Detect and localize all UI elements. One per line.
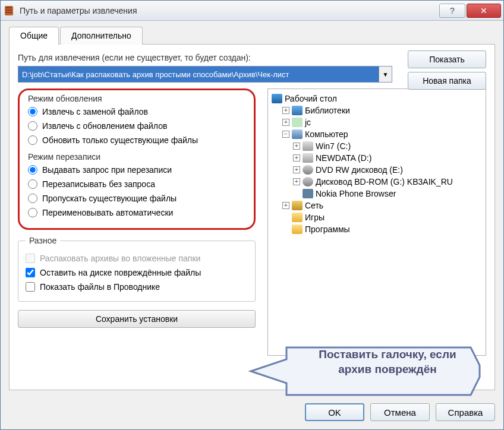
overwrite-mode-group: Режим перезаписи Выдавать запрос при пер… — [23, 152, 250, 221]
tree-win7[interactable]: +Win7 (C:) — [272, 140, 482, 152]
close-button[interactable]: ✕ — [467, 4, 501, 18]
expander-icon[interactable]: + — [282, 202, 289, 209]
misc-opt-show-explorer[interactable]: Показать файлы в Проводнике — [26, 280, 248, 294]
tree-games[interactable]: Игры — [272, 211, 482, 223]
expander-icon[interactable]: + — [293, 154, 300, 162]
misc-group: Разное Распаковать архивы во вложенные п… — [18, 236, 256, 302]
update-mode-group: Режим обновления Извлечь с заменой файло… — [23, 94, 250, 148]
update-mode-legend: Режим обновления — [28, 94, 102, 103]
new-folder-button[interactable]: Новая папка — [408, 72, 486, 90]
window-title: Путь и параметры извлечения — [20, 6, 439, 15]
titlebar: Путь и параметры извлечения ? ✕ — [1, 1, 503, 21]
network-icon — [292, 201, 303, 210]
window-buttons: ? ✕ — [439, 4, 501, 18]
svg-rect-2 — [6, 10, 12, 11]
user-icon — [292, 118, 303, 127]
tab-panel: Показать Новая папка Путь для извлечения… — [9, 44, 495, 390]
svg-rect-3 — [6, 12, 12, 13]
radio-existing[interactable] — [28, 135, 37, 145]
ok-button[interactable]: OK — [305, 403, 364, 421]
save-settings-button[interactable]: Сохранить установки — [18, 310, 256, 328]
content-area: Общие Дополнительно Показать Новая папка… — [1, 21, 503, 397]
overwrite-opt-rename[interactable]: Переименовывать автоматически — [28, 205, 245, 220]
show-button[interactable]: Показать — [408, 50, 486, 68]
expander-icon — [282, 226, 289, 233]
path-label: Путь для извлечения (если не существует,… — [18, 53, 251, 62]
drive-icon — [303, 141, 313, 151]
overwrite-opt-noask[interactable]: Перезаписывать без запроса — [28, 177, 245, 191]
dialog-footer: OK Отмена Справка — [1, 397, 503, 429]
tree-network[interactable]: +Сеть — [272, 200, 482, 211]
dvd-icon — [303, 165, 313, 175]
misc-legend: Разное — [26, 236, 60, 245]
side-buttons: Показать Новая папка — [408, 50, 486, 90]
update-opt-refresh[interactable]: Извлечь с обновлением файлов — [28, 119, 245, 133]
dialog-window: Путь и параметры извлечения ? ✕ Общие До… — [0, 0, 504, 430]
path-input[interactable] — [18, 66, 379, 83]
overwrite-opt-ask[interactable]: Выдавать запрос при перезаписи — [28, 163, 245, 177]
folder-icon — [292, 213, 303, 222]
expander-icon[interactable]: + — [293, 143, 300, 150]
tree-computer[interactable]: −Компьютер — [272, 128, 482, 140]
radio-rename[interactable] — [28, 208, 37, 217]
path-dropdown-icon[interactable]: ▼ — [379, 66, 392, 83]
phone-icon — [303, 189, 313, 198]
tree-programs[interactable]: Программы — [272, 223, 482, 235]
radio-ask[interactable] — [28, 165, 37, 175]
radio-noask[interactable] — [28, 179, 37, 189]
update-opt-existing[interactable]: Обновить только существующие файлы — [28, 133, 245, 147]
checkbox-keep-broken[interactable] — [26, 268, 35, 277]
drive-icon — [303, 153, 313, 163]
overwrite-opt-skip[interactable]: Пропускать существующие файлы — [28, 191, 245, 205]
right-column: Рабочий стол +Библиотеки +jc −Компьютер … — [267, 88, 486, 356]
expander-icon[interactable]: + — [282, 119, 289, 126]
update-opt-replace[interactable]: Извлечь с заменой файлов — [28, 105, 245, 119]
help-button[interactable]: Справка — [436, 403, 495, 421]
highlighted-region: Режим обновления Извлечь с заменой файло… — [18, 88, 256, 230]
expander-icon — [293, 190, 300, 197]
tree-dvd[interactable]: +DVD RW дисковод (E:) — [272, 164, 482, 176]
expander-icon[interactable]: + — [293, 178, 300, 185]
tree-libraries[interactable]: +Библиотеки — [272, 105, 482, 116]
cancel-button[interactable]: Отмена — [370, 403, 430, 421]
expander-icon — [282, 214, 289, 221]
left-column: Режим обновления Извлечь с заменой файло… — [18, 88, 256, 356]
overwrite-mode-legend: Режим перезаписи — [28, 152, 100, 162]
radio-refresh[interactable] — [28, 121, 37, 131]
bd-icon — [303, 177, 313, 186]
app-icon — [3, 5, 15, 17]
svg-rect-1 — [6, 7, 12, 8]
tabs: Общие Дополнительно — [9, 27, 495, 45]
expander-icon[interactable]: − — [282, 131, 289, 138]
libraries-icon — [292, 106, 303, 115]
folder-tree[interactable]: Рабочий стол +Библиотеки +jc −Компьютер … — [267, 88, 486, 356]
misc-opt-subfolders: Распаковать архивы во вложенные папки — [26, 251, 248, 265]
checkbox-show-explorer[interactable] — [26, 282, 35, 292]
folder-icon — [292, 225, 303, 234]
tree-user[interactable]: +jc — [272, 116, 482, 128]
radio-skip[interactable] — [28, 194, 37, 203]
desktop-icon — [272, 94, 282, 103]
expander-icon[interactable]: + — [282, 107, 289, 114]
tab-general[interactable]: Общие — [9, 27, 59, 45]
tree-newdata[interactable]: +NEWDATA (D:) — [272, 152, 482, 164]
checkbox-subfolders — [26, 254, 35, 263]
tree-bd[interactable]: +Дисковод BD-ROM (G:) KB3AIK_RU — [272, 176, 482, 188]
tree-phone[interactable]: Nokia Phone Browser — [272, 188, 482, 200]
expander-icon[interactable]: + — [293, 166, 300, 173]
radio-replace[interactable] — [28, 107, 37, 116]
main-columns: Режим обновления Извлечь с заменой файло… — [18, 88, 486, 356]
tree-desktop[interactable]: Рабочий стол — [272, 93, 482, 105]
path-input-row: ▼ — [18, 66, 392, 83]
computer-icon — [292, 129, 303, 139]
tab-advanced[interactable]: Дополнительно — [60, 27, 143, 45]
help-button-icon[interactable]: ? — [439, 4, 465, 18]
misc-opt-keep-broken[interactable]: Оставить на диске повреждённые файлы — [26, 265, 248, 280]
